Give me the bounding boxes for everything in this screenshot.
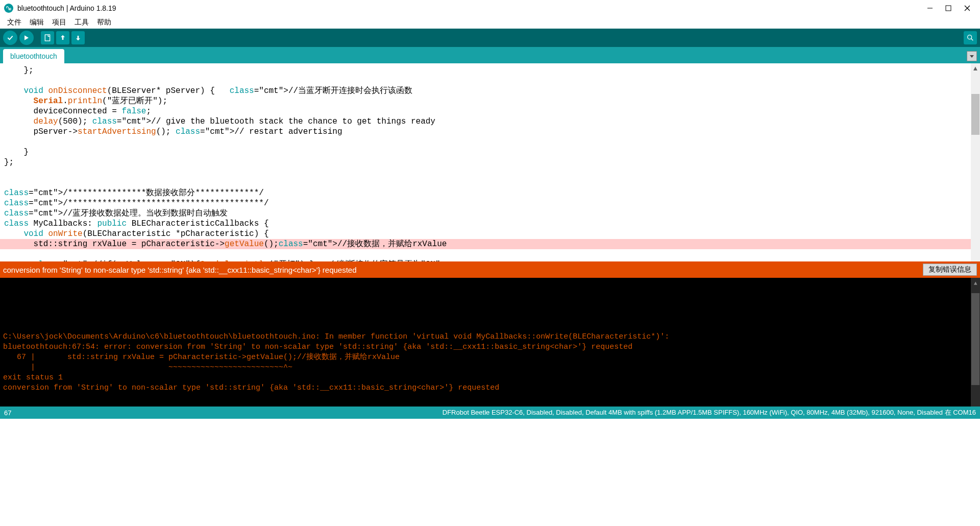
svg-marker-6 (61, 35, 65, 40)
svg-marker-10 (970, 55, 974, 58)
copy-error-button[interactable]: 复制错误信息 (923, 264, 977, 276)
tab-menu-button[interactable] (967, 51, 977, 61)
editor-scrollbar[interactable]: ▲ (971, 63, 980, 261)
console[interactable]: C:\Users\jock\Documents\Arduino\c6\bluet… (0, 278, 980, 407)
verify-button[interactable] (3, 31, 17, 45)
svg-rect-1 (946, 6, 951, 11)
scroll-up-button[interactable]: ▲ (971, 63, 980, 73)
new-button[interactable] (41, 31, 54, 44)
svg-marker-7 (76, 36, 80, 40)
close-button[interactable] (964, 5, 970, 11)
svg-marker-4 (24, 35, 29, 40)
upload-button[interactable] (19, 31, 34, 45)
window-title: bluetoothtouch | Arduino 1.8.19 (17, 4, 116, 12)
tabbar: bluetoothtouch (0, 47, 980, 63)
scroll-thumb[interactable] (971, 94, 979, 135)
arduino-icon (4, 4, 13, 13)
svg-line-9 (971, 38, 973, 40)
svg-rect-5 (45, 35, 50, 41)
status-line-number: 67 (4, 409, 11, 417)
tab-sketch[interactable]: bluetoothtouch (3, 49, 64, 63)
menu-help[interactable]: 帮助 (93, 17, 115, 28)
open-button[interactable] (56, 31, 69, 44)
menu-file[interactable]: 文件 (3, 17, 26, 28)
error-bar: conversion from 'String' to non-scalar t… (0, 261, 980, 278)
code-editor[interactable]: }; void onDisconnect(BLEServer* pServer)… (0, 63, 980, 261)
statusbar: 67 DFRobot Beetle ESP32-C6, Disabled, Di… (0, 407, 980, 419)
menu-tools[interactable]: 工具 (70, 17, 93, 28)
minimize-button[interactable] (927, 5, 933, 11)
console-scroll-up[interactable]: ▴ (971, 278, 980, 287)
titlebar: bluetoothtouch | Arduino 1.8.19 (0, 0, 980, 16)
menu-edit[interactable]: 编辑 (26, 17, 48, 28)
status-board-info: DFRobot Beetle ESP32-C6, Disabled, Disab… (443, 408, 976, 417)
console-scroll-thumb[interactable] (971, 293, 979, 385)
save-button[interactable] (71, 31, 85, 44)
toolbar (0, 29, 980, 47)
maximize-button[interactable] (945, 5, 951, 11)
console-scrollbar[interactable]: ▴ (971, 278, 980, 407)
menubar: 文件 编辑 项目 工具 帮助 (0, 16, 980, 29)
serial-monitor-button[interactable] (964, 31, 977, 44)
error-message: conversion from 'String' to non-scalar t… (3, 266, 357, 274)
menu-sketch[interactable]: 项目 (48, 17, 70, 28)
